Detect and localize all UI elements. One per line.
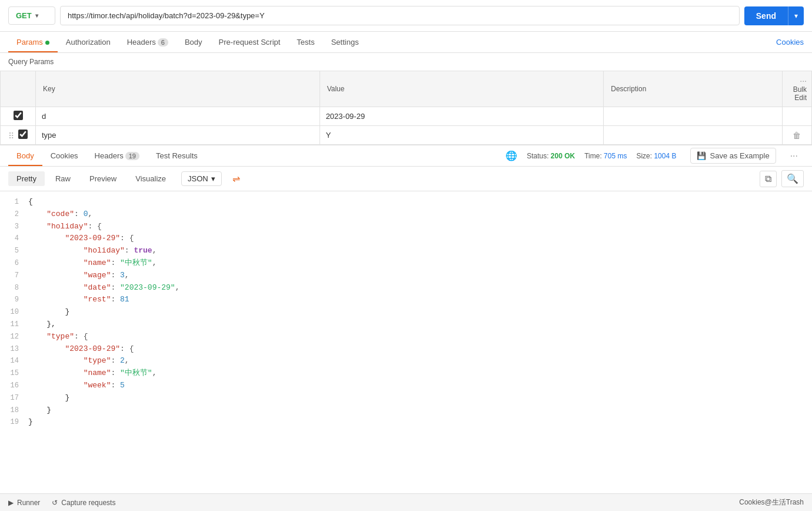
row1-desc[interactable]: [604, 107, 782, 126]
json-text: "2023-09-29": {: [28, 343, 807, 356]
headers-badge: 6: [158, 38, 168, 47]
json-line: 7 "wage": 3,: [0, 270, 812, 282]
line-number: 12: [5, 331, 28, 343]
response-tabs: Body Cookies Headers19 Test Results 🌐 St…: [0, 145, 812, 167]
row1-key[interactable]: d: [36, 107, 320, 126]
json-line: 13 "2023-09-29": {: [0, 343, 812, 356]
json-line: 4 "2023-09-29": {: [0, 233, 812, 245]
drag-handle-icon[interactable]: ⠿: [8, 131, 14, 141]
resp-headers-badge: 19: [125, 152, 139, 160]
col-key: Key: [36, 71, 320, 107]
json-line: 2 "code": 0,: [0, 208, 812, 221]
bottom-bar: ▶ Runner ↺ Capture requests Cookies@生活Tr…: [0, 493, 812, 511]
size-value: 1004 B: [654, 152, 676, 160]
col-desc: Description: [604, 71, 782, 107]
json-line: 19}: [0, 416, 812, 429]
url-bar: GET ▾ Send ▾: [0, 0, 812, 32]
json-text: "code": 0,: [28, 208, 807, 221]
row2-desc[interactable]: [604, 126, 782, 145]
json-text: "rest": 81: [28, 294, 807, 306]
url-input[interactable]: [60, 6, 740, 25]
resp-tab-headers[interactable]: Headers19: [86, 145, 148, 166]
wrap-button[interactable]: ⇌: [228, 171, 245, 187]
time-value: 705 ms: [604, 152, 627, 160]
json-text: "type": 2,: [28, 355, 807, 367]
capture-button[interactable]: ↺ Capture requests: [52, 499, 115, 507]
json-line: 11 },: [0, 318, 812, 331]
search-button[interactable]: 🔍: [781, 170, 804, 187]
delete-row-icon[interactable]: 🗑: [793, 131, 801, 140]
tab-settings[interactable]: Settings: [323, 32, 367, 52]
more-dots-icon[interactable]: ···: [800, 76, 807, 85]
capture-icon: ↺: [52, 499, 58, 507]
view-tab-preview[interactable]: Preview: [81, 171, 125, 186]
response-section: Body Cookies Headers19 Test Results 🌐 St…: [0, 145, 812, 493]
json-line: 1{: [0, 196, 812, 208]
col-value: Value: [320, 71, 604, 107]
params-section: Query Params Key Value Description ··· B…: [0, 53, 812, 145]
json-text: },: [28, 318, 807, 331]
method-selector[interactable]: GET ▾: [8, 6, 55, 25]
line-number: 5: [5, 245, 28, 257]
table-row: d 2023-09-29: [1, 107, 812, 126]
json-line: 8 "date": "2023-09-29",: [0, 282, 812, 294]
copy-button[interactable]: ⧉: [760, 171, 777, 187]
body-view-tabs: Pretty Raw Preview Visualize JSON ▾ ⇌ ⧉ …: [0, 167, 812, 191]
json-content: 1{2 "code": 0,3 "holiday": {4 "2023-09-2…: [0, 191, 812, 493]
line-number: 18: [5, 405, 28, 416]
more-options-icon[interactable]: ···: [790, 151, 798, 161]
line-number: 2: [5, 209, 28, 220]
status-label: Status: 200 OK: [527, 152, 575, 160]
json-line: 18 }: [0, 404, 812, 417]
json-text: "wage": 3,: [28, 270, 807, 282]
format-selector[interactable]: JSON ▾: [181, 171, 222, 186]
row2-checkbox[interactable]: [18, 130, 28, 139]
tab-body[interactable]: Body: [177, 32, 211, 52]
size-label: Size: 1004 B: [636, 152, 676, 160]
save-example-button[interactable]: 💾 Save as Example: [690, 148, 776, 164]
line-number: 16: [5, 380, 28, 391]
row1-value[interactable]: 2023-09-29: [320, 107, 604, 126]
json-text: "2023-09-29": {: [28, 233, 807, 245]
line-number: 1: [5, 197, 28, 208]
line-number: 9: [5, 294, 28, 306]
tab-params[interactable]: Params: [8, 32, 58, 52]
globe-icon: 🌐: [505, 150, 517, 161]
time-label: Time: 705 ms: [584, 152, 627, 160]
row2-action: 🗑: [782, 126, 811, 145]
resp-tab-body[interactable]: Body: [8, 145, 42, 166]
json-line: 14 "type": 2,: [0, 355, 812, 367]
view-tab-visualize[interactable]: Visualize: [127, 171, 174, 186]
view-tab-raw[interactable]: Raw: [47, 171, 79, 186]
row1-checkbox[interactable]: [14, 111, 23, 120]
send-dropdown-button[interactable]: ▾: [788, 6, 804, 25]
row2-value[interactable]: Y: [320, 126, 604, 145]
view-tab-pretty[interactable]: Pretty: [8, 171, 45, 186]
resp-tab-testresults[interactable]: Test Results: [148, 145, 206, 166]
status-value: 200 OK: [551, 152, 575, 160]
line-number: 14: [5, 356, 28, 367]
json-text: "holiday": {: [28, 221, 807, 233]
json-line: 9 "rest": 81: [0, 294, 812, 306]
bulk-edit-button[interactable]: Bulk Edit: [793, 85, 807, 102]
json-text: }: [28, 306, 807, 318]
row2-key[interactable]: type: [36, 126, 320, 145]
tab-headers[interactable]: Headers6: [119, 32, 177, 52]
json-line: 10 }: [0, 306, 812, 318]
json-text: }: [28, 404, 807, 417]
json-line: 16 "week": 5: [0, 380, 812, 392]
save-icon: 💾: [697, 151, 706, 160]
runner-button[interactable]: ▶ Runner: [8, 499, 40, 507]
send-button[interactable]: Send: [744, 6, 788, 25]
tab-authorization[interactable]: Authorization: [58, 32, 119, 52]
table-row: ⠿ type Y 🗑: [1, 126, 812, 145]
line-number: 11: [5, 319, 28, 330]
resp-tab-cookies[interactable]: Cookies: [42, 145, 86, 166]
tab-prerequest[interactable]: Pre-request Script: [211, 32, 289, 52]
json-line: 17 }: [0, 392, 812, 404]
cookies-link[interactable]: Cookies: [776, 32, 804, 52]
json-line: 12 "type": {: [0, 331, 812, 343]
cookies-trash-label: Cookies@生活Trash: [739, 497, 804, 507]
tab-tests[interactable]: Tests: [288, 32, 322, 52]
params-dot: [45, 41, 49, 45]
